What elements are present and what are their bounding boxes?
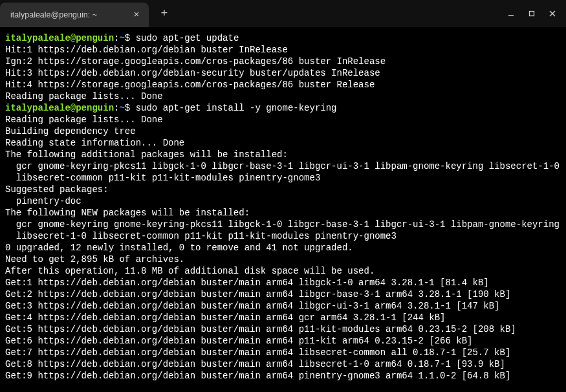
output-line: Reading package lists... Done [5,114,561,125]
output-line: Suggested packages: [5,184,561,195]
svg-rect-1 [530,12,534,16]
output-line: Get:6 https://deb.debian.org/debian bust… [5,335,561,347]
terminal-tab[interactable]: italypaleale@penguin: ~ × [0,3,149,27]
output-line: Get:2 https://deb.debian.org/debian bust… [5,289,561,300]
command-text: sudo apt-get install -y gnome-keyring [130,103,336,113]
output-line: Reading state information... Done [5,137,561,149]
output-line: After this operation, 11.8 MB of additio… [5,265,561,277]
output-line: Get:8 https://deb.debian.org/debian bust… [5,358,561,370]
maximize-button[interactable] [522,5,541,23]
output-line: pinentry-doc [5,195,561,207]
prompt-line: italypaleale@penguin:~$ sudo apt-get upd… [5,32,561,44]
tab-title: italypaleale@penguin: ~ [10,10,131,19]
output-line: gcr gnome-keyring gnome-keyring-pkcs11 l… [5,219,561,230]
output-line: Reading package lists... Done [5,91,561,102]
output-line: gcr gnome-keyring-pkcs11 libgck-1-0 libg… [5,160,561,172]
terminal-content[interactable]: italypaleale@penguin:~$ sudo apt-get upd… [0,27,566,387]
new-tab-button[interactable]: + [155,5,173,23]
prompt-path: ~ [119,103,124,113]
prompt-path: ~ [119,33,124,43]
command-text: sudo apt-get update [130,33,239,43]
output-line: Get:9 https://deb.debian.org/debian bust… [5,370,561,382]
output-line: The following NEW packages will be insta… [5,207,561,219]
output-line: Hit:4 https://storage.googleapis.com/cro… [5,79,561,91]
output-line: Get:1 https://deb.debian.org/debian bust… [5,277,561,289]
minimize-icon [507,10,515,17]
output-line: Get:3 https://deb.debian.org/debian bust… [5,300,561,312]
titlebar: italypaleale@penguin: ~ × + [0,0,566,27]
output-line: libsecret-1-0 libsecret-common p11-kit p… [5,230,561,242]
prompt-user-host: italypaleale@penguin [5,103,114,113]
close-icon [549,10,556,17]
output-line: Need to get 2,895 kB of archives. [5,254,561,265]
output-line: The following additional packages will b… [5,149,561,160]
minimize-button[interactable] [501,5,521,23]
output-line: Ign:2 https://storage.googleapis.com/cro… [5,56,561,67]
maximize-icon [528,10,536,17]
plus-icon: + [161,8,168,19]
tab-area: italypaleale@penguin: ~ × + [0,0,173,27]
prompt-dollar: $ [125,33,130,43]
output-line: Get:7 https://deb.debian.org/debian bust… [5,347,561,358]
output-line: Get:5 https://deb.debian.org/debian bust… [5,323,561,335]
output-line: libsecret-common p11-kit p11-kit-modules… [5,172,561,184]
close-tab-icon[interactable]: × [131,9,142,21]
prompt-line: italypaleale@penguin:~$ sudo apt-get ins… [5,102,561,114]
output-line: Get:4 https://deb.debian.org/debian bust… [5,312,561,323]
output-line: Hit:1 https://deb.debian.org/debian bust… [5,44,561,56]
output-line: Building dependency tree [5,125,561,137]
output-line: Hit:3 https://deb.debian.org/debian-secu… [5,67,561,79]
close-button[interactable] [543,5,562,23]
prompt-user-host: italypaleale@penguin [5,33,114,43]
output-line: 0 upgraded, 12 newly installed, 0 to rem… [5,242,561,254]
window-controls [501,5,566,23]
prompt-dollar: $ [125,103,130,113]
